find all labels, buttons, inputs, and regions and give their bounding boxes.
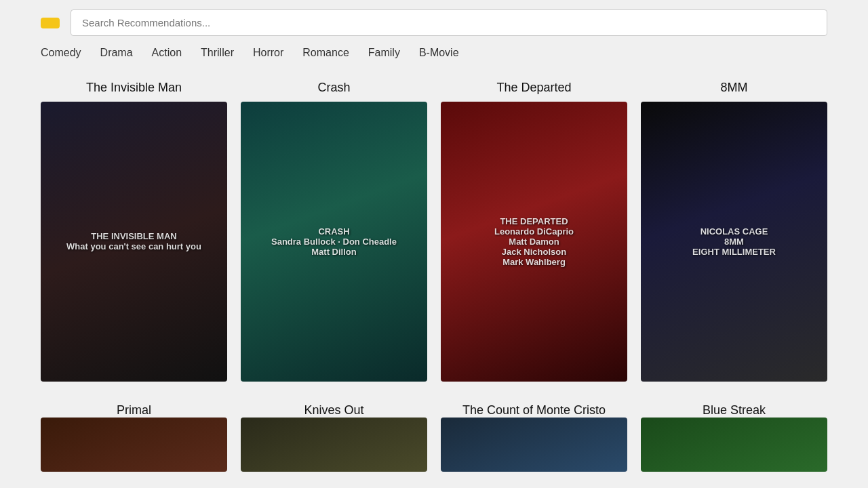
genre-item-drama[interactable]: Drama (100, 45, 133, 60)
movie-poster[interactable]: CRASH Sandra Bullock · Don Cheadle Matt … (241, 102, 427, 382)
genre-item-action[interactable]: Action (152, 45, 182, 60)
movie-poster-stub[interactable] (641, 418, 827, 472)
movie-card: CrashCRASH Sandra Bullock · Don Cheadle … (241, 81, 427, 382)
movie-poster-stub[interactable] (241, 418, 427, 472)
header: ComedyDramaActionThrillerHorrorRomanceFa… (0, 0, 868, 67)
movie-card: Primal (41, 392, 227, 472)
movie-card: The Count of Monte Cristo (441, 392, 627, 472)
genre-item-horror[interactable]: Horror (253, 45, 283, 60)
movie-card: The Invisible ManTHE INVISIBLE MAN What … (41, 81, 227, 382)
movie-title: The Invisible Man (86, 81, 182, 95)
poster-text: THE DEPARTED Leonardo DiCaprio Matt Damo… (494, 216, 574, 267)
genre-nav: ComedyDramaActionThrillerHorrorRomanceFa… (41, 45, 827, 67)
logo[interactable] (41, 18, 60, 28)
movie-grid-row2: PrimalKnives OutThe Count of Monte Crist… (41, 392, 827, 472)
movie-title: The Departed (496, 81, 571, 95)
movie-title: Crash (317, 81, 350, 95)
search-input[interactable] (71, 9, 827, 36)
movie-poster-stub[interactable] (41, 418, 227, 472)
poster-text: NICOLAS CAGE 8MM EIGHT MILLIMETER (692, 226, 776, 257)
genre-item-romance[interactable]: Romance (302, 45, 349, 60)
movie-poster[interactable]: THE INVISIBLE MAN What you can't see can… (41, 102, 227, 382)
movie-title: Blue Streak (703, 403, 766, 418)
genre-item-family[interactable]: Family (368, 45, 400, 60)
genre-item-b-movie[interactable]: B-Movie (419, 45, 459, 60)
poster-text: THE INVISIBLE MAN What you can't see can… (66, 231, 201, 251)
poster-text: CRASH Sandra Bullock · Don Cheadle Matt … (271, 226, 397, 257)
movie-card: 8MMNICOLAS CAGE 8MM EIGHT MILLIMETER (641, 81, 827, 382)
main-content: The Invisible ManTHE INVISIBLE MAN What … (0, 67, 868, 485)
movie-poster[interactable]: NICOLAS CAGE 8MM EIGHT MILLIMETER (641, 102, 827, 382)
movie-title: 8MM (721, 81, 748, 95)
movie-title: The Count of Monte Cristo (462, 403, 606, 418)
movie-card: Knives Out (241, 392, 427, 472)
movie-poster[interactable]: THE DEPARTED Leonardo DiCaprio Matt Damo… (441, 102, 627, 382)
genre-item-thriller[interactable]: Thriller (201, 45, 234, 60)
movie-card: Blue Streak (641, 392, 827, 472)
top-bar (41, 9, 827, 36)
movie-card: The DepartedTHE DEPARTED Leonardo DiCapr… (441, 81, 627, 382)
movie-grid-row1: The Invisible ManTHE INVISIBLE MAN What … (41, 81, 827, 382)
genre-item-comedy[interactable]: Comedy (41, 45, 81, 60)
movie-poster-stub[interactable] (441, 418, 627, 472)
movie-title: Knives Out (304, 403, 363, 418)
movie-title: Primal (117, 403, 151, 418)
